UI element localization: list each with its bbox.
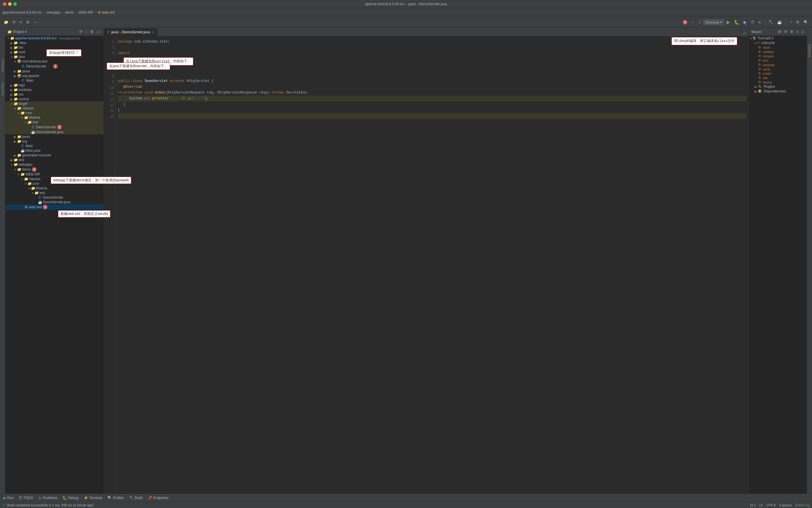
maven-settings-btn[interactable]: ⚙ [777, 29, 782, 34]
sync-files-btn[interactable]: ⟳ [79, 29, 83, 34]
tree-item-demoservlet[interactable]: C DemoServlet ← 1 [5, 64, 104, 69]
maven-item-tomcat[interactable]: ▾ 🏗 Tomcat8.5 [749, 36, 807, 41]
profile-btn[interactable]: ⏱ [749, 19, 756, 25]
maven-download-btn[interactable]: ⬇ [789, 29, 794, 34]
stop-btn[interactable]: ■ [757, 19, 762, 25]
tree-item-demoservlet-class[interactable]: C DemoServlet 3 [5, 125, 104, 130]
tree-item-test-root[interactable]: ▶ 📁 test [5, 158, 104, 162]
search-btn[interactable]: 🔍 [802, 19, 810, 25]
breadcrumb-part[interactable]: webapps [47, 10, 60, 14]
minimize-button[interactable] [8, 2, 11, 6]
tree-item-res[interactable]: ▶ 📁 res [5, 92, 104, 97]
tree-item-bin[interactable]: ▶ 📁 bin [5, 45, 104, 50]
jump-btn[interactable]: ⤴ [697, 19, 702, 25]
maven-item-plugins[interactable]: ▶ 🔌 Plugins [749, 84, 807, 89]
sync-btn[interactable]: ⟳ [11, 19, 17, 25]
tree-item-idea[interactable]: ▶ 📁 .idea [5, 41, 104, 45]
close-button[interactable] [3, 2, 6, 6]
tree-item-org-apache[interactable]: ▶ 📦 org.apache [5, 74, 104, 78]
tree-item-target[interactable]: ▾ 📁 target [5, 101, 104, 106]
tree-item-main-java[interactable]: ☕ Main.java [5, 148, 104, 153]
maven-item-deploy[interactable]: ⚙ deploy [749, 80, 807, 84]
run-button[interactable]: ▶ [725, 18, 731, 26]
close-panel-btn[interactable]: — [32, 19, 39, 25]
maven-item-package[interactable]: ⚙ package [749, 62, 807, 67]
code-area[interactable]: package com.itheima.test; import ... 在ja… [115, 37, 749, 494]
tree-item-org-target[interactable]: ▶ 📁 org [5, 139, 104, 144]
maven-refresh-btn[interactable]: ⟳ [783, 29, 788, 34]
close-project-btn[interactable]: — [96, 29, 101, 34]
profiler-btn[interactable]: 🔍 Profiler [105, 495, 126, 501]
tree-item-demo[interactable]: ▾ 📁 demo 4 [5, 167, 104, 172]
maximize-button[interactable] [13, 2, 17, 6]
collapse-btn[interactable]: ≡ [18, 19, 24, 25]
coverage-btn[interactable]: ▶̲ [742, 19, 748, 25]
build-btn[interactable]: 🔨 [767, 19, 775, 25]
tree-root[interactable]: ▾ 📁 apache-tomcat-8.5.63-src ~/src/apach… [5, 36, 104, 41]
maven-item-install[interactable]: ⚙ install [749, 71, 807, 76]
cursor-position[interactable]: 15:1 [750, 503, 756, 507]
tree-item-javax[interactable]: ▶ 📁 javax [5, 69, 104, 74]
tree-item-conf[interactable]: ▶ 📁 conf [5, 50, 104, 54]
tree-item-java[interactable]: ▾ 📁 java [5, 54, 104, 59]
line-separator[interactable]: LF [759, 503, 763, 507]
tree-item-com-target[interactable]: ▾ 📁 com [5, 111, 104, 115]
tree-item-itheima[interactable]: ▾ 📁 itheima [5, 115, 104, 120]
tree-item-logs[interactable]: ▶ 📁 logs [5, 83, 104, 87]
build-btn-bottom[interactable]: 🔨 Build [127, 495, 145, 501]
maven-dropdown[interactable]: Bootstrap ▾ [703, 19, 724, 25]
breadcrumb-part[interactable]: apache-tomcat-8.5.63-src [2, 10, 42, 14]
tree-item-main[interactable]: C Main [5, 78, 104, 83]
tree-item-test-webinf[interactable]: ▾ 📁 test [5, 190, 104, 195]
arrow-right-btn[interactable]: → [689, 19, 696, 26]
tree-item-modules[interactable]: ▶ 📁 modules [5, 87, 104, 92]
tree-item-webxml[interactable]: ⚙ web.xml 5 [5, 205, 104, 210]
vcs-btn[interactable]: ⑂ [788, 19, 794, 25]
endpoints-btn[interactable]: 📌 Endpoints [146, 495, 171, 501]
event-log[interactable]: Event Log [795, 503, 810, 507]
maven-item-validate[interactable]: ⚙ validate [749, 49, 807, 54]
project-settings-btn[interactable]: ⚙ [89, 29, 94, 34]
settings2-btn[interactable]: ⚙ [795, 19, 801, 25]
run-btn[interactable]: ▶ Run [1, 495, 16, 501]
tree-item-javax-target[interactable]: ▶ 📁 javax [5, 134, 104, 139]
tab-close-btn[interactable]: ✕ [152, 31, 154, 34]
tree-item-demoservlet-java-webinf[interactable]: ☕ DemoServlet.java [5, 200, 104, 205]
tree-item-webapps[interactable]: ▾ 📁 webapps [5, 162, 104, 167]
tree-item-com-webinf[interactable]: ▾ 📁 com [5, 181, 104, 186]
problems-btn[interactable]: ⚠ Problems [36, 495, 60, 501]
settings-btn[interactable]: ⚙ [25, 19, 31, 25]
tree-item-generated-sources[interactable]: ▶ 📁 generated-sources [5, 153, 104, 158]
maven-add-btn[interactable]: + [796, 29, 800, 34]
tree-item-test-target[interactable]: ▾ 📁 test [5, 120, 104, 125]
breadcrumb-current[interactable]: ⚙ web.xml [98, 10, 115, 14]
maven-item-lifecycle[interactable]: ▾ ⟳ Lifecycle [749, 41, 807, 45]
encoding[interactable]: UTF-8 [767, 503, 775, 507]
indent[interactable]: 4 spaces [779, 503, 792, 507]
tree-item-demoservlet-webinf[interactable]: C DemoServlet [5, 195, 104, 200]
tree-item-main-target[interactable]: C Main [5, 144, 104, 148]
tree-item-webinf[interactable]: ▾ 📁 WEB-INF [5, 172, 104, 177]
todo-btn[interactable]: ☰ TODO [16, 495, 35, 501]
favorites-label[interactable]: Favorites [0, 80, 5, 98]
maven-more-btn[interactable]: » [801, 29, 805, 34]
debug-button[interactable]: 🐛 [733, 19, 741, 26]
breadcrumb-part[interactable]: demo [65, 10, 74, 14]
maven-item-verify[interactable]: ⚙ verify [749, 67, 807, 71]
debug-btn[interactable]: 🐛 Debug [60, 495, 81, 501]
tree-item-source[interactable]: ▶ 📁 source [5, 97, 104, 101]
terminal-btn[interactable]: ⚡ Terminal [81, 495, 105, 501]
maven-item-dependencies[interactable]: ▶ 📦 Dependencies [749, 89, 807, 93]
maven-item-site[interactable]: ⚙ site [749, 76, 807, 80]
tree-item-classes[interactable]: ▾ 📁 classes [5, 106, 104, 111]
maven-item-clean[interactable]: ⚙ clean [749, 45, 807, 49]
database-label[interactable]: Database [807, 42, 812, 59]
editor-tab-demoservlet[interactable]: C java/.../DemoServlet.java ✕ [104, 28, 158, 36]
tree-item-classes-webinf[interactable]: ▾ 📁 classes [5, 177, 104, 181]
maven-item-test[interactable]: ⚙ test [749, 58, 807, 62]
project-icon[interactable]: 📁 [2, 19, 10, 25]
tree-item-com-itheima-test[interactable]: ▾ 📦 com.itheima.test [5, 59, 104, 64]
maven-item-compile[interactable]: ⚙ compile [749, 54, 807, 58]
tree-item-demoservlet-java-target[interactable]: ☕ DemoServlet.java [5, 130, 104, 134]
breadcrumb-part[interactable]: WEB-INF [79, 10, 93, 14]
